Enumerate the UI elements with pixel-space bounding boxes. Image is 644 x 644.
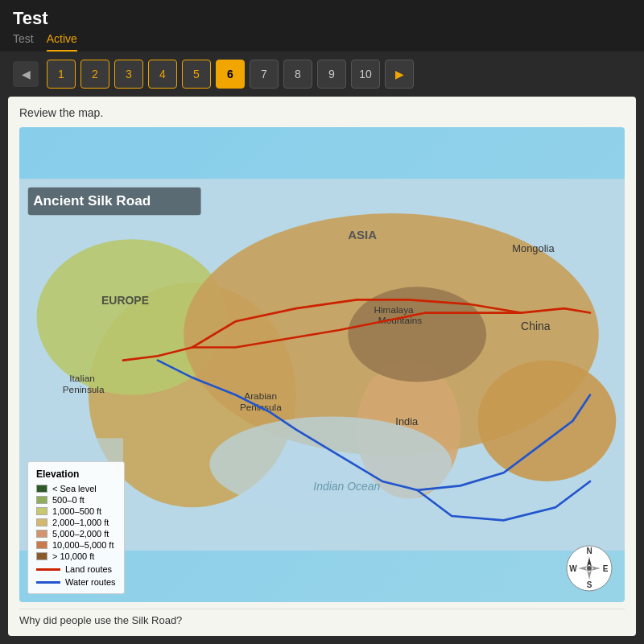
svg-text:India: India	[395, 415, 419, 427]
svg-point-32	[587, 566, 592, 571]
legend-item-2000: 2,000–1,000 ft	[36, 518, 116, 527]
legend-water-route: Water routes	[36, 577, 116, 587]
legend-item-1000: 1,000–500 ft	[36, 506, 116, 516]
nav-prev-arrow[interactable]: ◀	[13, 61, 39, 87]
legend-item-10000: 10,000–5,000 ft	[36, 540, 116, 550]
nav-btn-7[interactable]: 7	[250, 60, 279, 89]
map-legend: Elevation < Sea level 500–0 ft 1,000–500…	[27, 461, 125, 594]
page-title: Test	[13, 8, 631, 29]
legend-item-500: 500–0 ft	[36, 495, 116, 505]
nav-btn-1[interactable]: 1	[47, 60, 76, 89]
svg-text:ASIA: ASIA	[348, 228, 377, 242]
legend-line-water	[36, 581, 60, 584]
svg-text:W: W	[569, 564, 577, 573]
nav-btn-3[interactable]: 3	[114, 60, 143, 89]
svg-text:Indian Ocean: Indian Ocean	[313, 480, 380, 493]
question-nav: ◀ 1 2 3 4 5 6 7 8 9 10 ▶	[0, 52, 644, 97]
svg-text:EUROPE: EUROPE	[101, 294, 149, 307]
nav-btn-6[interactable]: 6	[216, 60, 245, 89]
legend-color-above10000	[36, 552, 47, 560]
legend-label-1000: 1,000–500 ft	[52, 506, 101, 516]
legend-color-5000	[36, 530, 47, 538]
nav-play-button[interactable]: ▶	[385, 60, 414, 89]
legend-label-2000: 2,000–1,000 ft	[52, 518, 109, 527]
legend-label-10000: 10,000–5,000 ft	[52, 540, 114, 550]
legend-item-5000: 5,000–2,000 ft	[36, 529, 116, 539]
legend-color-1000	[36, 507, 47, 515]
legend-label-above10000: > 10,000 ft	[52, 551, 94, 561]
header: Test Test Active	[0, 0, 644, 52]
legend-label-5000: 5,000–2,000 ft	[52, 529, 109, 539]
map-container: Ancient Silk Road EUROPE ASIA Mongolia C…	[19, 127, 625, 602]
svg-text:China: China	[521, 320, 551, 332]
nav-btn-4[interactable]: 4	[148, 60, 177, 89]
tab-active[interactable]: Active	[47, 32, 77, 52]
nav-btn-8[interactable]: 8	[283, 60, 312, 89]
nav-btn-9[interactable]: 9	[317, 60, 346, 89]
legend-label-water: Water routes	[65, 577, 116, 587]
header-tabs: Test Active	[13, 32, 631, 52]
legend-color-sea	[36, 485, 47, 493]
tab-test[interactable]: Test	[13, 32, 34, 52]
svg-text:Himalaya: Himalaya	[374, 304, 414, 316]
svg-point-5	[477, 361, 616, 481]
svg-point-7	[209, 416, 452, 511]
legend-label-sea: < Sea level	[52, 484, 97, 493]
legend-title: Elevation	[36, 469, 116, 480]
legend-item-above10000: > 10,000 ft	[36, 551, 116, 561]
question-text: Why did people use the Silk Road?	[19, 609, 625, 626]
nav-btn-5[interactable]: 5	[182, 60, 211, 89]
nav-btn-10[interactable]: 10	[351, 60, 380, 89]
legend-item-sea: < Sea level	[36, 484, 116, 493]
legend-color-500	[36, 496, 47, 504]
nav-btn-2[interactable]: 2	[80, 60, 109, 89]
svg-text:Ancient Silk Road: Ancient Silk Road	[33, 192, 151, 208]
legend-land-route: Land routes	[36, 564, 116, 574]
legend-label-land: Land routes	[65, 564, 112, 574]
svg-text:N: N	[586, 547, 592, 555]
legend-label-500: 500–0 ft	[52, 495, 85, 505]
svg-text:Mongolia: Mongolia	[512, 242, 555, 254]
svg-text:Italian: Italian	[69, 373, 94, 384]
legend-color-2000	[36, 518, 47, 526]
legend-line-land	[36, 568, 60, 571]
compass-rose: N E S W	[565, 544, 613, 592]
svg-text:Arabian: Arabian	[244, 390, 277, 402]
svg-text:E: E	[603, 564, 609, 573]
legend-color-10000	[36, 541, 47, 549]
instruction-text: Review the map.	[19, 106, 625, 119]
content-area: Review the map.	[8, 97, 636, 636]
svg-text:S: S	[587, 580, 592, 589]
svg-text:Peninsula: Peninsula	[63, 384, 105, 395]
